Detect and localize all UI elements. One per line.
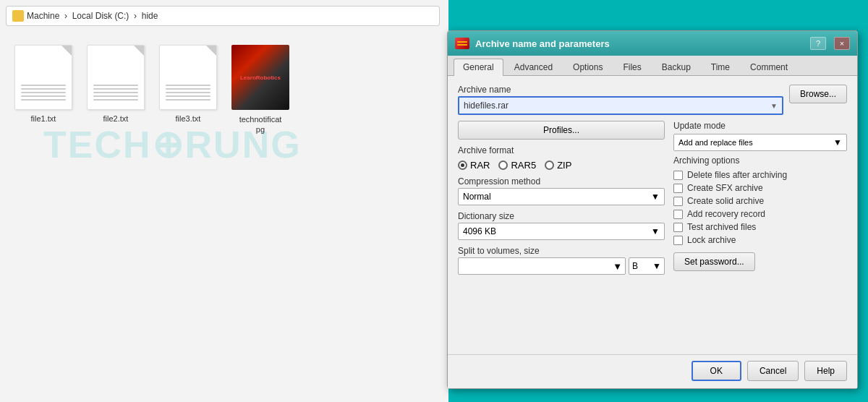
tab-options[interactable]: Options	[563, 59, 612, 75]
tab-advanced[interactable]: Advanced	[505, 59, 562, 75]
checkbox-label-solid: Create solid archive	[687, 196, 764, 206]
file-line	[93, 88, 138, 90]
set-password-area: Set password...	[673, 252, 847, 271]
archive-name-value: hidefiles.rar	[464, 100, 509, 111]
winrar-icon	[455, 38, 469, 49]
radio-circle-rar	[458, 161, 467, 170]
split-label: Split to volumes, size	[458, 246, 665, 256]
checkbox-label-delete: Delete files after archiving	[687, 170, 787, 180]
file-line	[93, 95, 138, 97]
archiving-options-title: Archiving options	[673, 155, 847, 166]
file-line	[21, 92, 66, 93]
checkbox-box-lock	[673, 236, 683, 245]
checkbox-create-sfx[interactable]: Create SFX archive	[673, 183, 847, 193]
thumbnail-inner: LearnRobotics	[231, 45, 289, 110]
checkbox-box-delete	[673, 171, 683, 180]
dialog-content: Archive name hidefiles.rar ▼ Browse... P…	[448, 76, 857, 354]
help-button[interactable]: Help	[804, 361, 847, 381]
thumbnail-label: LearnRobotics	[240, 74, 281, 81]
update-mode-value: Add and replace files	[678, 138, 753, 147]
archive-format-group: Archive format RAR RAR5	[458, 145, 665, 171]
archive-name-group: Archive name hidefiles.rar ▼	[458, 85, 783, 115]
set-password-button[interactable]: Set password...	[673, 252, 755, 271]
checkbox-label-recovery: Add recovery record	[687, 209, 765, 219]
dropdown-arrow-icon: ▼	[770, 102, 778, 110]
checkbox-label-lock: Lock archive	[687, 235, 736, 245]
file-line	[93, 85, 138, 86]
file-name: file3.txt	[176, 114, 201, 123]
update-mode-dropdown[interactable]: Add and replace files ▼	[673, 134, 847, 151]
file-name: technotificatpg	[239, 114, 282, 135]
tab-time[interactable]: Time	[702, 59, 739, 75]
breadcrumb-text: Machine › Local Disk (C:) › hide	[27, 11, 158, 21]
radio-rar5[interactable]: RAR5	[498, 160, 536, 171]
close-dialog-button[interactable]: ×	[834, 37, 850, 50]
list-item[interactable]: LearnRobotics technotificatpg	[231, 45, 289, 135]
file-name: file2.txt	[103, 114, 129, 123]
cancel-button[interactable]: Cancel	[747, 361, 799, 381]
left-column: Profiles... Archive format RAR	[458, 121, 665, 275]
compression-dropdown[interactable]: Normal ▼	[458, 188, 665, 205]
two-column-area: Profiles... Archive format RAR	[458, 121, 847, 275]
compression-group: Compression method Normal ▼	[458, 176, 665, 205]
split-unit[interactable]: B ▼	[629, 257, 665, 275]
radio-label-rar5: RAR5	[511, 160, 536, 171]
list-item[interactable]: file2.txt	[87, 45, 145, 135]
thumbnail-image: LearnRobotics	[231, 45, 289, 110]
radio-rar[interactable]: RAR	[458, 160, 490, 171]
list-item[interactable]: file3.txt	[159, 45, 217, 135]
tab-general[interactable]: General	[454, 59, 503, 76]
dictionary-label: Dictionary size	[458, 211, 665, 221]
checkbox-lock-archive[interactable]: Lock archive	[673, 235, 847, 245]
radio-dot-rar	[461, 163, 464, 167]
archive-name-input[interactable]: hidefiles.rar ▼	[458, 96, 783, 115]
checkbox-create-solid[interactable]: Create solid archive	[673, 196, 847, 206]
profiles-button[interactable]: Profiles...	[458, 121, 665, 140]
browse-button[interactable]: Browse...	[789, 85, 847, 103]
file-line	[93, 92, 138, 93]
icon-line	[457, 41, 467, 43]
file-icon-1	[14, 45, 72, 110]
radio-circle-rar5	[498, 161, 508, 170]
split-input[interactable]: ▼	[458, 257, 626, 275]
file-lines	[15, 80, 72, 109]
radio-zip[interactable]: ZIP	[545, 160, 571, 171]
checkbox-test-files[interactable]: Test archived files	[673, 222, 847, 232]
compression-value: Normal	[463, 192, 491, 202]
file-lines	[88, 80, 144, 109]
update-mode-arrow-icon: ▼	[833, 137, 842, 147]
file-line	[93, 99, 138, 100]
dictionary-dropdown[interactable]: 4096 KB ▼	[458, 223, 665, 240]
right-column: Update mode Add and replace files ▼ Arch…	[673, 121, 847, 275]
checkbox-add-recovery[interactable]: Add recovery record	[673, 209, 847, 219]
archiving-options-group: Archiving options Delete files after arc…	[673, 155, 847, 245]
archive-name-label: Archive name	[458, 85, 783, 95]
checkbox-label-test: Test archived files	[687, 222, 756, 232]
file-line	[21, 95, 66, 97]
checkbox-delete-files[interactable]: Delete files after archiving	[673, 170, 847, 180]
list-item[interactable]: file1.txt	[14, 45, 72, 135]
checkbox-box-sfx	[673, 184, 683, 193]
checkbox-box-recovery	[673, 210, 683, 219]
tab-comment[interactable]: Comment	[741, 59, 797, 75]
file-line	[166, 85, 210, 86]
file-lines	[160, 80, 216, 109]
ok-button[interactable]: OK	[692, 361, 741, 381]
file-line	[166, 99, 210, 100]
checkbox-box-solid	[673, 197, 683, 206]
dialog-title: Archive name and parameters	[475, 38, 802, 49]
checkbox-box-test	[673, 223, 683, 232]
help-dialog-button[interactable]: ?	[810, 37, 826, 50]
format-radio-row: RAR RAR5 ZIP	[458, 160, 665, 171]
tab-files[interactable]: Files	[613, 59, 650, 75]
dictionary-value: 4096 KB	[463, 226, 496, 236]
tab-backup[interactable]: Backup	[652, 59, 700, 75]
file-line	[21, 88, 66, 90]
update-mode-label: Update mode	[673, 121, 847, 131]
radio-circle-zip	[545, 161, 554, 170]
dialog-footer: OK Cancel Help	[448, 354, 857, 388]
dictionary-arrow-icon: ▼	[651, 226, 660, 236]
split-unit-value: B	[632, 261, 638, 271]
file-name: file1.txt	[31, 114, 56, 123]
radio-label-rar: RAR	[470, 160, 490, 171]
